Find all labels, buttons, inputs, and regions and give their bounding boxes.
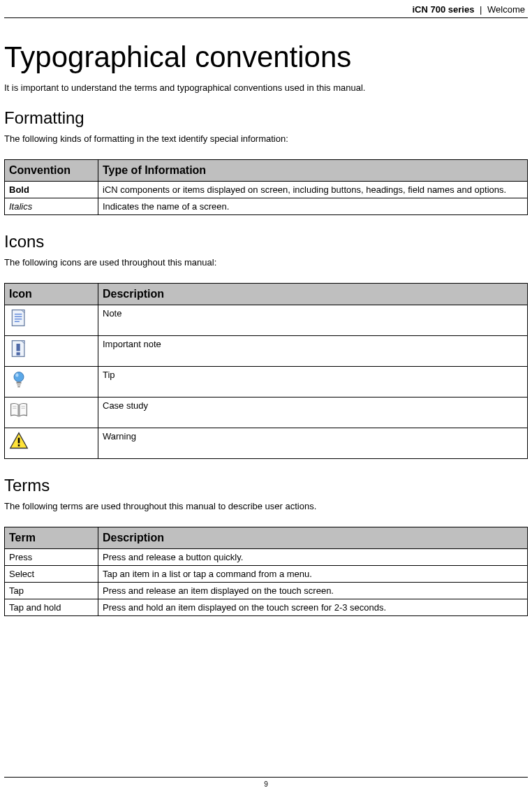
header-series: iCN 700 series (413, 4, 475, 15)
terms-header-term: Term (5, 527, 98, 549)
formatting-intro: The following kinds of formatting in the… (4, 133, 528, 144)
table-row: Tap and hold Press and hold an item disp… (5, 599, 528, 616)
term-tap: Tap (5, 583, 98, 599)
formatting-header-convention: Convention (5, 160, 98, 182)
table-row: Note (5, 305, 528, 336)
warning-description: Warning (98, 428, 528, 459)
page-header: iCN 700 series | Welcome (4, 0, 528, 18)
term-select-desc: Tap an item in a list or tap a command f… (98, 566, 528, 583)
formatting-heading: Formatting (4, 108, 528, 128)
icons-table: Icon Description Note Important note (4, 283, 528, 459)
table-row: Tip (5, 367, 528, 398)
important-note-description: Important note (98, 336, 528, 367)
formatting-header-info: Type of Information (98, 160, 528, 182)
svg-rect-21 (18, 444, 20, 446)
formatting-convention-italics: Italics (5, 198, 98, 215)
term-tap-and-hold: Tap and hold (5, 599, 98, 616)
page-number: 9 (264, 780, 268, 788)
svg-rect-9 (17, 352, 20, 355)
header-separator: | (477, 4, 485, 15)
table-row: Important note (5, 336, 528, 367)
term-tap-desc: Press and release an item displayed on t… (98, 583, 528, 599)
note-icon (9, 308, 29, 328)
svg-point-10 (14, 372, 24, 382)
warning-icon-cell (5, 428, 98, 459)
svg-rect-12 (17, 382, 22, 384)
table-header-row: Convention Type of Information (5, 160, 528, 182)
terms-intro: The following terms are used throughout … (4, 501, 528, 511)
formatting-info-bold: iCN components or items displayed on scr… (98, 182, 528, 198)
table-row: Italics Indicates the name of a screen. (5, 198, 528, 215)
icons-intro: The following icons are used throughout … (4, 257, 528, 268)
svg-rect-8 (17, 344, 20, 351)
terms-table: Term Description Press Press and release… (4, 527, 528, 616)
svg-point-11 (15, 373, 18, 377)
warning-icon (9, 431, 29, 451)
table-header-row: Term Description (5, 527, 528, 549)
tip-icon (9, 370, 29, 389)
page-title: Typographical conventions (4, 41, 528, 74)
table-row: Tap Press and release an item displayed … (5, 583, 528, 599)
table-row: Select Tap an item in a list or tap a co… (5, 566, 528, 583)
svg-rect-20 (18, 438, 20, 444)
icons-heading: Icons (4, 232, 528, 251)
formatting-convention-bold: Bold (5, 182, 98, 198)
svg-rect-13 (17, 384, 20, 386)
important-note-icon-cell (5, 336, 98, 367)
formatting-table: Convention Type of Information Bold iCN … (4, 159, 528, 215)
formatting-info-italics: Indicates the name of a screen. (98, 198, 528, 215)
terms-heading: Terms (4, 476, 528, 495)
table-row: Case study (5, 398, 528, 428)
term-select: Select (5, 566, 98, 583)
svg-rect-14 (17, 386, 20, 388)
tip-description: Tip (98, 367, 528, 398)
table-row: Warning (5, 428, 528, 459)
table-header-row: Icon Description (5, 284, 528, 305)
table-row: Press Press and release a button quickly… (5, 549, 528, 566)
intro-paragraph: It is important to understand the terms … (4, 82, 528, 93)
table-row: Bold iCN components or items displayed o… (5, 182, 528, 198)
important-note-icon (9, 339, 29, 358)
term-press: Press (5, 549, 98, 566)
case-study-description: Case study (98, 398, 528, 428)
term-tap-and-hold-desc: Press and hold an item displayed on the … (98, 599, 528, 616)
icons-header-description: Description (98, 284, 528, 305)
case-study-icon (9, 400, 29, 420)
tip-icon-cell (5, 367, 98, 398)
page-footer: 9 (4, 777, 528, 789)
note-description: Note (98, 305, 528, 336)
term-press-desc: Press and release a button quickly. (98, 549, 528, 566)
terms-header-description: Description (98, 527, 528, 549)
icons-header-icon: Icon (5, 284, 98, 305)
note-icon-cell (5, 305, 98, 336)
case-study-icon-cell (5, 398, 98, 428)
svg-rect-0 (12, 310, 24, 326)
header-section: Welcome (487, 4, 525, 15)
